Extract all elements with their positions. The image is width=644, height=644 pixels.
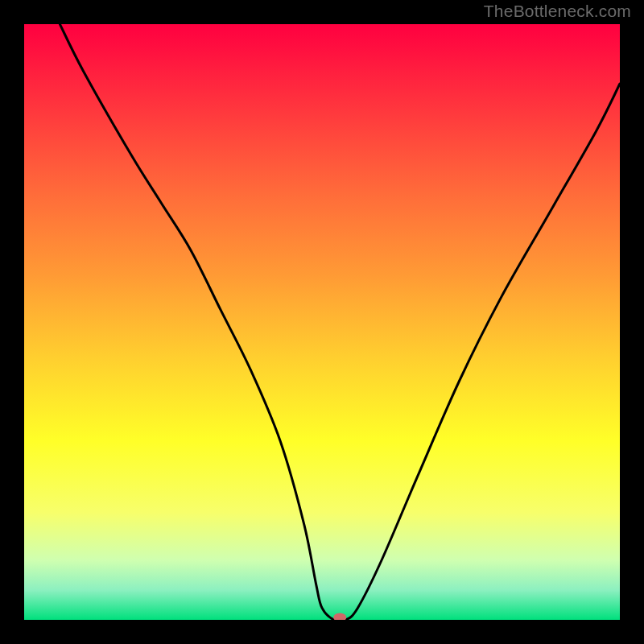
watermark-text: TheBottleneck.com	[484, 2, 631, 21]
chart-frame: TheBottleneck.com	[0, 0, 644, 644]
gradient-background	[24, 24, 620, 620]
chart-svg	[24, 24, 620, 620]
plot-area	[24, 24, 620, 620]
